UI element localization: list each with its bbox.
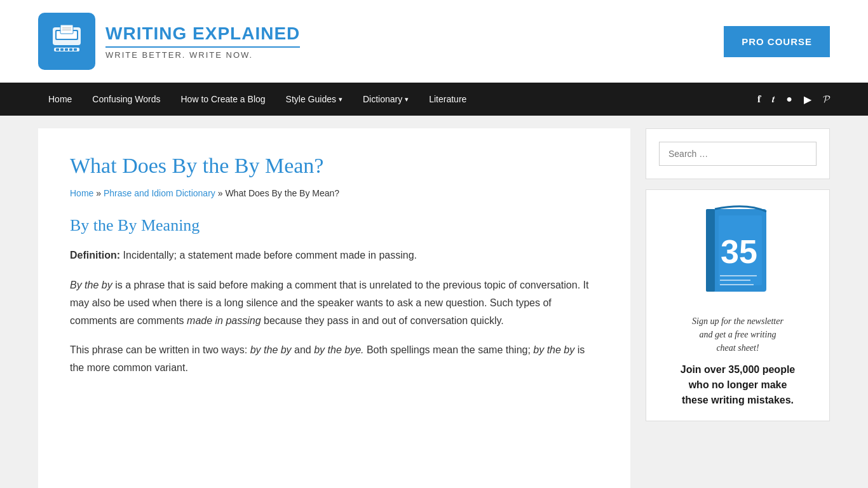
svg-rect-8 [74,48,77,51]
svg-rect-7 [69,48,72,51]
site-title[interactable]: WRITING EXPLAINED [105,24,300,48]
svg-rect-4 [56,48,59,51]
sidebar-ad-text1: Sign up for the newsletterand get a free… [659,315,817,355]
nav-link-literature[interactable]: Literature [419,83,477,116]
section-heading: By the By Meaning [70,216,599,235]
phrase-italic-3: by the by [250,344,292,355]
site-logo-icon [38,13,95,70]
nav-links-list: Home Confusing Words How to Create a Blo… [38,83,477,116]
logo-area: WRITING EXPLAINED WRITE BETTER. WRITE NO… [38,13,300,70]
article-title: What Does By the By Mean? [70,154,599,178]
instagram-icon[interactable]: ● [786,93,792,105]
nav-item-blog: How to Create a Blog [171,83,276,116]
site-tagline: WRITE BETTER. WRITE NOW. [105,50,300,60]
phrase-italic-4: by the bye. [314,344,363,355]
definition-text: Incidentally; a statement made before co… [123,250,417,261]
logo-text-area: WRITING EXPLAINED WRITE BETTER. WRITE NO… [105,24,300,60]
sidebar-ad-text2: Join over 35,000 peoplewho no longer mak… [659,362,817,408]
breadcrumb-sep2: » [218,188,226,198]
sidebar-advertisement: 35 Sign up for the newsletterand get a f… [646,189,830,421]
nav-link-dictionary[interactable]: Dictionary [353,83,419,116]
main-content: What Does By the By Mean? Home » Phrase … [38,128,630,488]
pro-course-button[interactable]: PRO COURSE [724,26,830,57]
page-wrapper: What Does By the By Mean? Home » Phrase … [0,116,868,488]
svg-rect-6 [65,48,68,51]
social-icons-group: 𝐟 𝒕 ● ▶ 𝓟 [757,93,830,105]
svg-rect-9 [60,25,73,34]
svg-rect-5 [60,48,64,51]
phrase-italic-1: By the by [70,280,112,290]
site-header: WRITING EXPLAINED WRITE BETTER. WRITE NO… [0,0,868,83]
body-paragraph-1: By the by is a phrase that is said befor… [70,276,599,330]
nav-item-home: Home [38,83,82,116]
search-input[interactable] [659,142,817,166]
breadcrumb-home[interactable]: Home [70,188,93,198]
nav-link-home[interactable]: Home [38,83,82,116]
nav-item-confusing-words: Confusing Words [82,83,170,116]
definition-line: Definition: Incidentally; a statement ma… [70,247,599,264]
twitter-icon[interactable]: 𝒕 [772,93,775,105]
nav-item-dictionary: Dictionary [353,83,419,116]
youtube-icon[interactable]: ▶ [804,93,811,105]
main-navigation: Home Confusing Words How to Create a Blo… [0,83,868,116]
body-paragraph-2: This phrase can be written in two ways: … [70,341,599,377]
nav-item-literature: Literature [419,83,477,116]
pinterest-icon[interactable]: 𝓟 [823,93,830,105]
definition-label: Definition: [70,250,120,261]
nav-item-style-guides: Style Guides [276,83,353,116]
breadcrumb-section[interactable]: Phrase and Idiom Dictionary [104,188,215,198]
search-box [646,128,830,179]
svg-text:35: 35 [721,233,757,270]
nav-link-style-guides[interactable]: Style Guides [276,83,353,116]
book-illustration: 35 [693,203,782,304]
breadcrumb: Home » Phrase and Idiom Dictionary » Wha… [70,188,599,198]
svg-rect-13 [706,209,715,292]
facebook-icon[interactable]: 𝐟 [757,93,761,105]
breadcrumb-current: What Does By the By Mean? [225,188,339,198]
phrase-italic-2: made in passing [187,315,261,326]
nav-link-confusing-words[interactable]: Confusing Words [82,83,170,116]
breadcrumb-sep1: » [96,188,104,198]
nav-link-blog[interactable]: How to Create a Blog [171,83,276,116]
sidebar: 35 Sign up for the newsletterand get a f… [646,128,830,488]
phrase-italic-5: by the by [533,344,574,355]
